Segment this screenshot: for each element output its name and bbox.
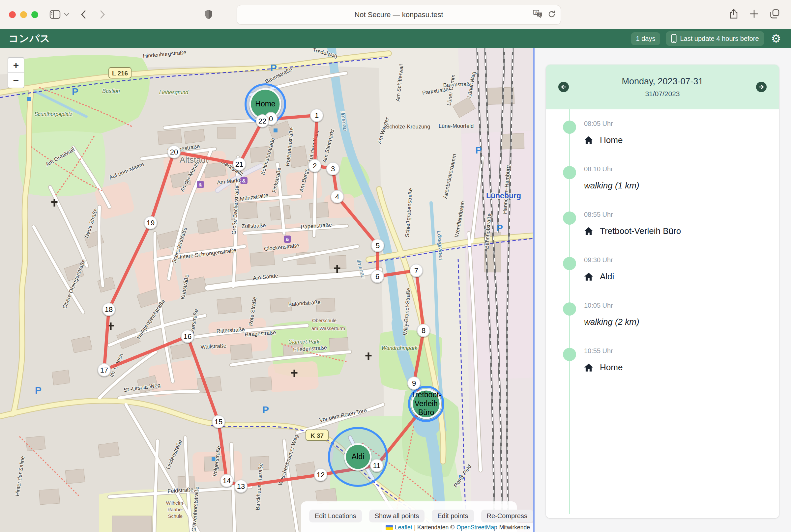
shop-icon-glyph: &	[286, 236, 289, 242]
new-tab-icon[interactable]	[750, 9, 759, 20]
show-all-points-button[interactable]: Show all points	[369, 510, 425, 522]
waypoint-marker-20[interactable]: 20	[168, 146, 180, 158]
reload-icon[interactable]	[548, 10, 556, 20]
map-label: Wilhelm-	[166, 500, 185, 506]
settings-gear-icon[interactable]: ⚙	[771, 33, 781, 44]
timeline-time: 10:05 Uhr	[584, 302, 613, 309]
timeline-item: 08:55 Uhr Tretboot-Verleih Büro	[546, 205, 779, 250]
window-controls	[9, 11, 38, 18]
map-label: Schule	[168, 514, 183, 519]
waypoint-number: 22	[258, 117, 266, 125]
map-building	[65, 469, 85, 484]
map-road-ref-text: K 37	[311, 432, 324, 439]
waypoint-marker-7[interactable]: 7	[410, 264, 423, 277]
window-zoom-button[interactable]	[31, 11, 38, 18]
tab-overview-icon[interactable]	[770, 9, 780, 20]
home-icon	[584, 227, 593, 235]
days-badge[interactable]: 1 days	[631, 32, 661, 45]
waypoint-number: 0	[269, 115, 273, 123]
map-building	[197, 376, 221, 393]
window-close-button[interactable]	[9, 11, 16, 18]
transit-stop-icon	[274, 129, 277, 132]
waypoint-number: 17	[100, 366, 108, 374]
sidebar-toggle-icon[interactable]	[50, 10, 61, 19]
map-label: Clamart-Park	[288, 339, 320, 345]
zoom-in-button[interactable]: +	[8, 58, 24, 73]
attribution-text: | Kartendaten ©	[414, 524, 455, 531]
waypoint-marker-9[interactable]: 9	[408, 377, 420, 390]
waypoint-marker-21[interactable]: 21	[233, 158, 245, 170]
location-marker-aldi[interactable]: Aldi	[345, 444, 371, 470]
waypoint-marker-11[interactable]: 11	[370, 459, 383, 472]
timeline-label: Aldi	[600, 271, 614, 282]
window-minimize-button[interactable]	[20, 11, 27, 18]
waypoint-marker-5[interactable]: 5	[371, 239, 384, 252]
date-subtitle: 31/07/2023	[622, 90, 703, 98]
next-day-button[interactable]	[756, 82, 767, 92]
map-label: Oberschule	[312, 318, 336, 323]
waypoint-marker-19[interactable]: 19	[144, 216, 157, 229]
timeline-label: Home	[600, 135, 623, 145]
waypoint-number: 12	[317, 471, 325, 479]
map-building	[488, 87, 514, 105]
parking-icon: P	[262, 404, 269, 415]
share-icon[interactable]	[729, 8, 738, 20]
timeline-dot	[563, 120, 576, 134]
waypoint-number: 5	[376, 242, 380, 250]
waypoint-number: 15	[215, 418, 222, 426]
waypoint-marker-12[interactable]: 12	[314, 469, 327, 481]
waypoint-marker-6[interactable]: 6	[371, 270, 384, 283]
zoom-out-button[interactable]: −	[8, 73, 24, 88]
back-button[interactable]	[80, 10, 86, 19]
waypoint-number: 16	[184, 332, 191, 341]
browser-toolbar: Not Secure — konpasu.test A文	[0, 0, 791, 29]
days-badge-label: 1 days	[636, 35, 656, 42]
waypoint-marker-18[interactable]: 18	[103, 303, 115, 316]
url-text: Not Secure — konpasu.test	[354, 11, 443, 19]
edit-points-button[interactable]: Edit points	[432, 510, 474, 522]
parking-icon: P	[72, 86, 78, 97]
map-building	[98, 442, 119, 458]
map-label: am Wasserturm	[311, 326, 345, 331]
waypoint-marker-16[interactable]: 16	[181, 330, 194, 343]
waypoint-marker-3[interactable]: 3	[327, 163, 339, 175]
parking-icon: P	[35, 385, 41, 396]
map-attribution: Leaflet | Kartendaten © OpenStreetMap Mi…	[382, 523, 533, 532]
forward-button[interactable]	[99, 10, 106, 19]
waypoint-marker-4[interactable]: 4	[331, 190, 344, 203]
re-compress-button[interactable]: Re-Compress	[481, 510, 533, 522]
openstreetmap-link[interactable]: OpenStreetMap	[457, 524, 497, 531]
waypoint-marker-13[interactable]: 13	[235, 480, 247, 492]
waypoint-marker-22[interactable]: 22	[256, 115, 269, 127]
waypoint-marker-17[interactable]: 17	[98, 364, 110, 376]
waypoint-number: 20	[170, 148, 178, 156]
attribution-suffix: Mitwirkende	[499, 524, 530, 531]
app-title: コンパス	[8, 32, 51, 45]
map-building	[217, 297, 242, 314]
waypoint-number: 9	[412, 379, 416, 387]
waypoint-marker-15[interactable]: 15	[212, 415, 225, 428]
last-update-button[interactable]: Last update 4 hours before	[666, 31, 764, 46]
leaflet-link[interactable]: Leaflet	[395, 524, 412, 531]
edit-locations-button[interactable]: Edit Locations	[309, 510, 362, 522]
waypoint-marker-8[interactable]: 8	[417, 324, 430, 337]
translate-icon[interactable]: A文	[533, 10, 543, 20]
location-marker-tretboot-verleih-buero[interactable]: Tretboot-VerleihBüro	[411, 390, 441, 418]
date-title: Monday, 2023-07-31	[622, 76, 703, 87]
parking-icon: P	[496, 222, 503, 233]
privacy-shield-icon[interactable]	[204, 9, 213, 20]
chevron-down-icon[interactable]	[64, 13, 69, 17]
prev-day-button[interactable]	[558, 82, 569, 92]
address-bar[interactable]: Not Secure — konpasu.test A文	[237, 5, 561, 25]
map-canvas[interactable]: L 216K 37PPPPPPP&&&HindenburgstraßeTrede…	[0, 48, 533, 532]
parking-icon: P	[270, 62, 277, 73]
map-container[interactable]: L 216K 37PPPPPPP&&&HindenburgstraßeTrede…	[0, 48, 533, 532]
waypoint-marker-1[interactable]: 1	[311, 109, 323, 121]
map-retail-block	[268, 361, 319, 392]
home-icon	[584, 272, 593, 281]
timeline-time: 08:55 Uhr	[584, 211, 613, 218]
waypoint-marker-14[interactable]: 14	[220, 474, 233, 487]
waypoint-marker-2[interactable]: 2	[309, 159, 321, 172]
timeline-item: 10:55 Uhr Home	[546, 341, 779, 387]
map-building	[52, 370, 70, 385]
